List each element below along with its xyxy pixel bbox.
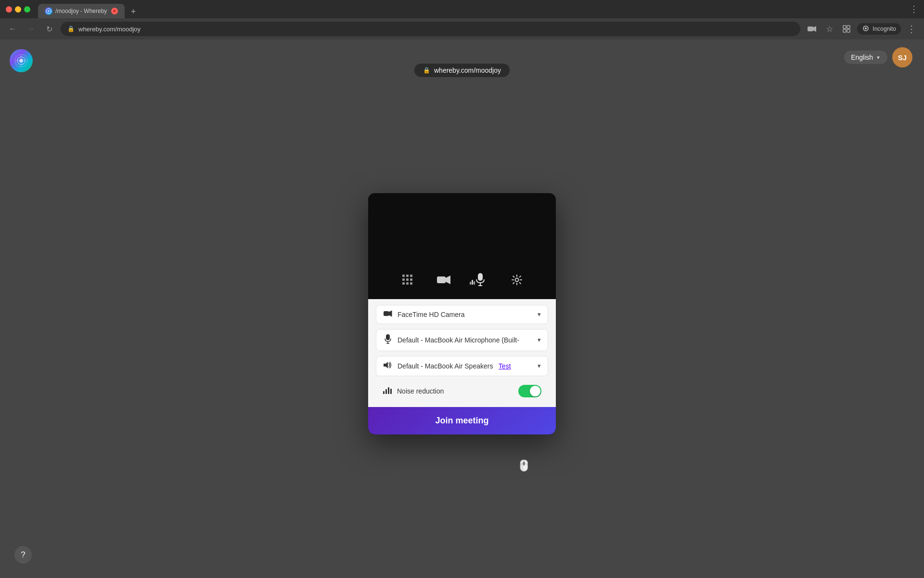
refresh-button[interactable]: ↻ xyxy=(42,22,56,36)
noise-reduction-icon xyxy=(383,386,392,396)
tab-title: /moodjoy - Whereby xyxy=(55,8,108,14)
language-label: English xyxy=(851,53,873,61)
svg-rect-5 xyxy=(847,26,850,28)
language-selector[interactable]: English ▼ xyxy=(844,51,887,64)
svg-rect-21 xyxy=(384,311,389,316)
settings-button[interactable] xyxy=(506,269,527,290)
nav-right-icons: ☆ Incognito ⋮ xyxy=(805,22,918,36)
language-chevron-icon: ▼ xyxy=(876,55,881,60)
browser-navbar: ← → ↻ 🔒 whereby.com/moodjoy ☆ xyxy=(0,18,924,39)
speaker-test-link[interactable]: Test xyxy=(499,362,511,370)
grid-icon xyxy=(402,275,412,285)
svg-marker-16 xyxy=(446,276,450,284)
speaker-dropdown-label: Default - MacBook Air Speakers Test xyxy=(398,362,533,370)
microphone-dropdown-chevron-icon: ▾ xyxy=(538,336,541,343)
svg-marker-3 xyxy=(813,26,816,32)
effects-button[interactable] xyxy=(397,269,418,290)
svg-rect-29 xyxy=(388,387,389,394)
camera-dropdown-label: FaceTime HD Camera xyxy=(398,311,533,318)
join-meeting-button[interactable]: Join meeting xyxy=(368,407,556,434)
svg-rect-30 xyxy=(390,389,392,394)
noise-reduction-row: Noise reduction xyxy=(376,381,548,401)
svg-rect-15 xyxy=(437,276,446,283)
incognito-badge: Incognito xyxy=(857,23,901,35)
whereby-logo xyxy=(10,49,33,72)
tab-favicon xyxy=(45,7,52,15)
help-label: ? xyxy=(21,550,25,560)
help-button[interactable]: ? xyxy=(14,546,32,564)
speaker-dropdown-icon xyxy=(383,361,393,371)
traffic-lights xyxy=(6,6,30,13)
settings-panel: FaceTime HD Camera ▾ Default - MacBook A… xyxy=(368,299,556,407)
browser-menu-dots[interactable]: ⋮ xyxy=(905,22,918,36)
user-avatar[interactable]: SJ xyxy=(892,47,912,67)
browser-window: /moodjoy - Whereby ✕ + ⋮ ← → ↻ 🔒 whereby… xyxy=(0,0,924,578)
bookmark-star-icon[interactable]: ☆ xyxy=(822,22,836,36)
noise-reduction-label: Noise reduction xyxy=(397,387,513,395)
svg-marker-22 xyxy=(389,310,392,316)
extensions-icon[interactable] xyxy=(840,22,853,36)
lock-icon: 🔒 xyxy=(67,26,75,32)
video-controls xyxy=(397,269,527,290)
svg-rect-23 xyxy=(386,334,390,340)
forward-button[interactable]: → xyxy=(24,22,38,36)
url-badge: 🔒 whereby.com/moodjoy xyxy=(414,64,510,77)
video-area xyxy=(368,193,556,299)
tab-close-button[interactable]: ✕ xyxy=(111,8,118,14)
svg-marker-26 xyxy=(384,362,388,368)
noise-reduction-toggle[interactable] xyxy=(518,385,541,397)
svg-rect-2 xyxy=(808,26,813,31)
camera-extension-icon[interactable] xyxy=(805,22,819,36)
url-badge-text: whereby.com/moodjoy xyxy=(434,66,501,74)
maximize-button[interactable] xyxy=(24,6,30,13)
svg-rect-7 xyxy=(847,29,850,32)
svg-rect-6 xyxy=(843,29,846,32)
microphone-dropdown-icon xyxy=(383,334,393,346)
camera-dropdown[interactable]: FaceTime HD Camera ▾ xyxy=(376,305,548,324)
speaker-dropdown-chevron-icon: ▾ xyxy=(538,362,541,369)
camera-toggle-button[interactable] xyxy=(433,269,454,290)
svg-point-9 xyxy=(865,27,867,29)
new-tab-button[interactable]: + xyxy=(127,5,140,18)
address-bar[interactable]: 🔒 whereby.com/moodjoy xyxy=(61,22,800,36)
incognito-label: Incognito xyxy=(873,26,896,32)
svg-rect-4 xyxy=(843,26,846,28)
speaker-dropdown[interactable]: Default - MacBook Air Speakers Test ▾ xyxy=(376,356,548,376)
svg-rect-17 xyxy=(478,273,483,281)
browser-titlebar: /moodjoy - Whereby ✕ + ⋮ xyxy=(0,0,924,18)
cursor: 🖱️ xyxy=(517,460,530,472)
active-tab[interactable]: /moodjoy - Whereby ✕ xyxy=(38,4,125,18)
camera-dropdown-icon xyxy=(383,310,393,319)
svg-point-20 xyxy=(515,278,519,281)
svg-rect-27 xyxy=(383,391,385,394)
minimize-button[interactable] xyxy=(15,6,21,13)
camera-dropdown-chevron-icon: ▾ xyxy=(538,311,541,318)
address-text: whereby.com/moodjoy xyxy=(78,26,141,33)
toggle-knob xyxy=(530,386,540,396)
svg-rect-28 xyxy=(385,389,387,394)
microphone-dropdown[interactable]: Default - MacBook Air Microphone (Built-… xyxy=(376,329,548,351)
url-lock-icon: 🔒 xyxy=(423,67,430,74)
microphone-toggle-button[interactable] xyxy=(470,269,491,290)
tab-bar: /moodjoy - Whereby ✕ + xyxy=(38,0,140,18)
svg-point-1 xyxy=(48,10,50,12)
browser-menu-button[interactable]: ⋮ xyxy=(910,4,918,14)
back-button[interactable]: ← xyxy=(6,22,19,36)
browser-content: English ▼ SJ 🔒 whereby.com/moodjoy xyxy=(0,39,924,578)
close-button[interactable] xyxy=(6,6,12,13)
top-right-controls: English ▼ SJ xyxy=(844,47,912,67)
microphone-dropdown-label: Default - MacBook Air Microphone (Built- xyxy=(398,336,533,344)
main-panel: FaceTime HD Camera ▾ Default - MacBook A… xyxy=(368,193,556,434)
